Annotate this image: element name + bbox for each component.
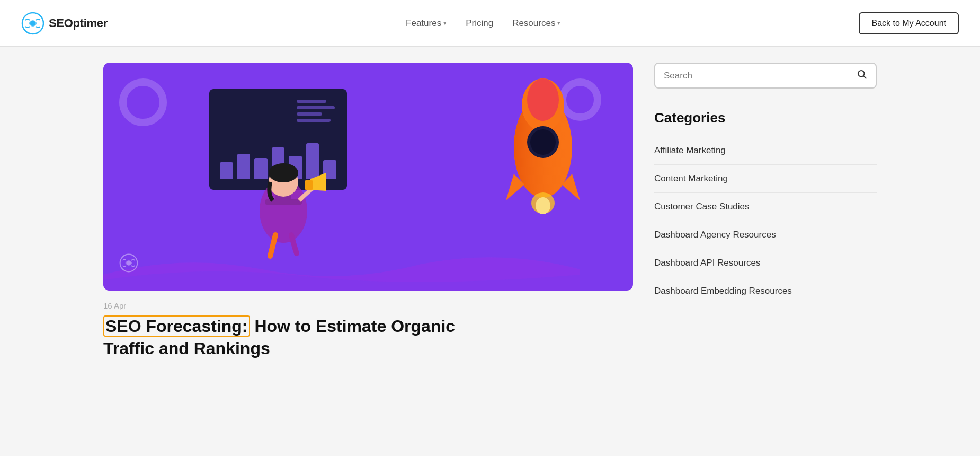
title-highlight-box: SEO Forecasting: — [103, 315, 250, 337]
nav-resources[interactable]: Resources ▾ — [512, 18, 560, 29]
svg-point-9 — [536, 197, 550, 214]
categories-heading: Categories — [654, 110, 877, 126]
title-highlighted: SEO Forecasting: — [103, 315, 254, 337]
hero-image — [103, 63, 633, 291]
main-nav: Features ▾ Pricing Resources ▾ — [406, 18, 560, 29]
svg-point-15 — [127, 261, 131, 265]
category-item-content-marketing[interactable]: Content Marketing — [654, 165, 877, 193]
watermark-logo — [119, 253, 138, 275]
category-item-dashboard-agency[interactable]: Dashboard Agency Resources — [654, 221, 877, 249]
svg-point-7 — [530, 129, 556, 155]
hero-wave — [103, 243, 580, 291]
nav-features[interactable]: Features ▾ — [406, 18, 447, 29]
category-item-affiliate-marketing[interactable]: Affiliate Marketing — [654, 137, 877, 165]
article-title[interactable]: SEO Forecasting: How to Estimate Organic… — [103, 315, 633, 359]
logo[interactable]: SEOptimer — [21, 12, 108, 35]
resources-chevron-icon: ▾ — [557, 20, 560, 27]
left-column: 16 Apr SEO Forecasting: How to Estimate … — [103, 63, 633, 359]
svg-point-16 — [858, 71, 865, 77]
search-box[interactable] — [654, 63, 877, 89]
article-date: 16 Apr — [103, 301, 633, 310]
category-item-dashboard-api[interactable]: Dashboard API Resources — [654, 249, 877, 277]
categories-list: Affiliate Marketing Content Marketing Cu… — [654, 137, 877, 305]
category-item-dashboard-embedding[interactable]: Dashboard Embedding Resources — [654, 277, 877, 305]
nav-pricing[interactable]: Pricing — [466, 18, 493, 29]
svg-point-5 — [527, 78, 559, 121]
circle-decoration-left — [119, 78, 167, 126]
right-sidebar: Categories Affiliate Marketing Content M… — [654, 63, 877, 359]
svg-line-17 — [863, 76, 866, 78]
svg-rect-13 — [305, 180, 313, 190]
search-button[interactable] — [857, 69, 867, 82]
logo-icon — [21, 12, 44, 35]
back-to-account-button[interactable]: Back to My Account — [859, 12, 959, 34]
rocket-illustration — [495, 78, 591, 216]
title-line2: Traffic and Rankings — [103, 339, 270, 358]
search-icon — [857, 69, 867, 80]
title-rest: How to Estimate Organic — [254, 317, 455, 336]
main-content: 16 Apr SEO Forecasting: How to Estimate … — [82, 63, 898, 359]
logo-text: SEOptimer — [49, 16, 108, 30]
svg-point-12 — [269, 163, 298, 182]
features-chevron-icon: ▾ — [443, 20, 447, 27]
header: SEOptimer Features ▾ Pricing Resources ▾… — [0, 0, 980, 47]
category-item-customer-case-studies[interactable]: Customer Case Studies — [654, 193, 877, 221]
search-input[interactable] — [664, 71, 852, 81]
svg-point-1 — [30, 21, 35, 26]
